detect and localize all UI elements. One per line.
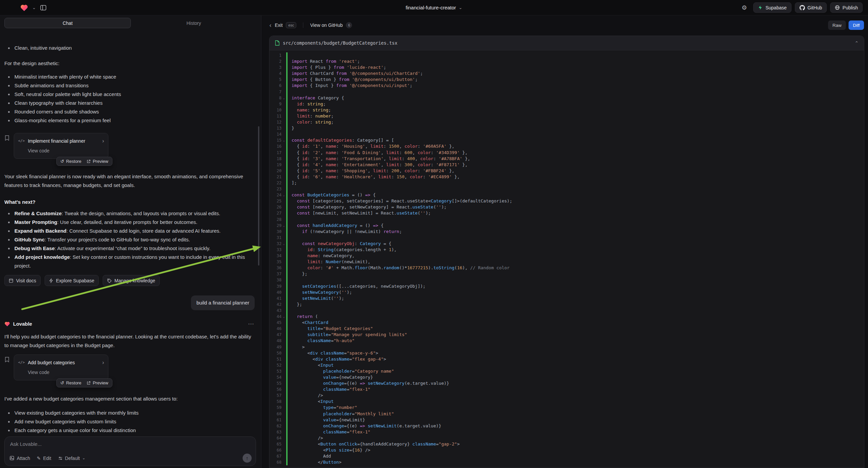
fold-spacer: [281, 198, 286, 204]
added-bullet-list: View existing budget categories with the…: [4, 409, 257, 434]
code-line: 56 className="flex-1": [270, 386, 864, 392]
next-steps-list: Refine & Customize: Tweak the design, an…: [4, 209, 257, 270]
fold-chevron-icon[interactable]: ⌄: [281, 314, 286, 320]
fold-spacer: [281, 210, 286, 216]
mode-selector[interactable]: Default ⌄: [58, 456, 86, 461]
bookmark-icon[interactable]: [4, 135, 10, 141]
project-switcher[interactable]: financial-future-creator ⌄: [406, 5, 462, 10]
code-icon: </>: [18, 137, 25, 145]
fold-spacer: [281, 83, 286, 89]
fold-spacer: [281, 277, 286, 283]
code-line: 25 const [categories, setCategories] = R…: [270, 198, 864, 204]
code-line: 2import React from 'react';: [270, 58, 864, 64]
list-item: Clean, intuitive navigation: [4, 43, 249, 52]
code-line: 61 value={newLimit}: [270, 417, 864, 423]
version-card-implement-financial-planner[interactable]: </> Implement financial planner › View c…: [14, 133, 108, 159]
toggle-sidebar-icon[interactable]: [40, 4, 46, 11]
project-name: financial-future-creator: [406, 5, 456, 10]
external-link-icon: [87, 381, 91, 385]
code-line: 49 >: [270, 344, 864, 350]
top-bar: ⌄ financial-future-creator ⌄ ⚙ Supabase …: [0, 0, 868, 16]
lovable-heart-icon: [4, 321, 10, 327]
code-panel: ‹ Exit esc View on GitHub 6 Raw Diff src…: [261, 16, 868, 468]
code-line: 19 { id: '4', name: 'Entertainment', lim…: [270, 162, 864, 168]
list-item: Clean typography with clear hierarchies: [4, 99, 249, 108]
fold-chevron-icon[interactable]: ⌄: [281, 223, 286, 229]
fold-spacer: [281, 326, 286, 332]
chat-input[interactable]: [10, 441, 250, 447]
chat-scrollbar[interactable]: [258, 126, 259, 266]
settings-button[interactable]: ⚙: [739, 3, 750, 13]
supabase-button[interactable]: Supabase: [753, 2, 791, 13]
restore-button[interactable]: ↺Restore: [60, 380, 81, 385]
fold-spacer: [281, 265, 286, 271]
send-button[interactable]: ↑: [243, 454, 252, 463]
code-line: 18 { id: '3', name: 'Transportation', li…: [270, 156, 864, 162]
bookmark-icon[interactable]: [4, 356, 10, 362]
logo-menu-chevron-icon[interactable]: ⌄: [32, 5, 36, 10]
tab-chat[interactable]: Chat: [4, 18, 131, 28]
code-line: 3import { Plus } from 'lucide-react';: [270, 64, 864, 70]
view-on-github-link[interactable]: View on GitHub: [310, 23, 343, 28]
fold-chevron-icon[interactable]: ⌄: [281, 241, 286, 247]
fold-spacer: [281, 459, 286, 465]
fold-spacer: [281, 180, 286, 186]
code-line: 55 onChange={(e) => setNewCategory(e.tar…: [270, 380, 864, 386]
back-chevron-icon[interactable]: ‹: [270, 22, 272, 28]
fold-spacer: [281, 216, 286, 223]
fold-chevron-icon[interactable]: ⌄: [281, 192, 286, 198]
code-line: 26 const [newCategory, setNewCategory] =…: [270, 204, 864, 210]
tab-history[interactable]: History: [131, 18, 257, 28]
exit-button[interactable]: Exit: [275, 23, 282, 28]
restore-button[interactable]: ↺Restore: [60, 159, 81, 164]
visit-docs-button[interactable]: Visit docs: [4, 275, 40, 286]
code-line: 17 { id: '2', name: 'Food & Dining', lim…: [270, 150, 864, 156]
project-chevron-icon: ⌄: [459, 5, 462, 10]
view-code-link[interactable]: View code: [28, 368, 104, 377]
fold-spacer: [281, 386, 286, 392]
diff-toggle-button[interactable]: Diff: [848, 21, 864, 30]
code-line: 65 <Button onClick={handleAddCategory} c…: [270, 441, 864, 447]
file-header[interactable]: src/components/budget/BudgetCategories.t…: [270, 36, 864, 50]
list-item: Each category gets a unique color for vi…: [4, 426, 249, 434]
code-line: 43: [270, 308, 864, 314]
list-item: GitHub Sync: Transfer your project's cod…: [4, 235, 249, 244]
assistant-header: Lovable ⋯: [4, 320, 257, 328]
code-line: 53 placeholder="Category name": [270, 368, 864, 374]
github-icon: [800, 5, 805, 10]
explore-supabase-button[interactable]: Explore Supabase: [44, 275, 99, 286]
message-menu-icon[interactable]: ⋯: [248, 320, 254, 328]
github-button[interactable]: GitHub: [795, 2, 827, 13]
fold-spacer: [281, 441, 286, 447]
code-line: 28: [270, 216, 864, 223]
attach-image-icon: [9, 456, 14, 461]
edit-button[interactable]: ✎ Edit: [37, 456, 51, 461]
manage-knowledge-button[interactable]: Manage knowledge: [103, 275, 159, 286]
list-item: Master Prompting: Use clear, detailed, a…: [4, 218, 249, 227]
collapse-chevron-icon[interactable]: ⌃: [855, 40, 859, 46]
code-line: 67 Add: [270, 453, 864, 459]
publish-button[interactable]: Publish: [830, 2, 863, 13]
preview-button[interactable]: Preview: [87, 380, 108, 385]
lovable-logo-icon[interactable]: [20, 4, 28, 11]
version-card-add-budget-categories[interactable]: </> Add budget categories › View code ↺R…: [14, 354, 108, 380]
fold-spacer: [281, 362, 286, 368]
attach-button[interactable]: Attach: [9, 456, 30, 461]
view-code-link[interactable]: View code: [28, 146, 104, 155]
fold-chevron-icon[interactable]: ⌄: [281, 95, 286, 101]
preview-button[interactable]: Preview: [87, 159, 108, 164]
fold-spacer: [281, 320, 286, 326]
fold-spacer: [281, 156, 286, 162]
code-icon: </>: [18, 358, 25, 367]
fold-spacer: [281, 380, 286, 386]
fold-spacer: [281, 259, 286, 265]
quick-actions-row: Visit docs Explore Supabase Manage knowl…: [4, 275, 257, 286]
fold-spacer: [281, 308, 286, 314]
fold-chevron-icon[interactable]: ⌄: [281, 137, 286, 143]
chevron-right-icon: ›: [102, 137, 104, 145]
sliders-icon: [58, 456, 63, 461]
raw-toggle-button[interactable]: Raw: [828, 21, 846, 30]
fold-spacer: [281, 131, 286, 137]
code-line: 6import { Input } from '@/components/ui/…: [270, 83, 864, 89]
version-card-toolbar: ↺Restore Preview: [56, 157, 113, 166]
